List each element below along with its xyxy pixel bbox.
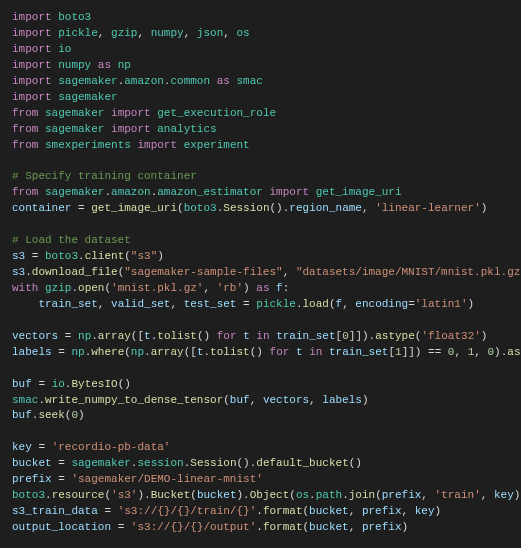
code-token: = — [111, 521, 131, 533]
code-token: . — [296, 298, 303, 310]
code-token: . — [78, 250, 85, 262]
code-token: os — [296, 489, 309, 501]
code-token: boto3 — [184, 202, 217, 214]
code-token: ( — [190, 489, 197, 501]
code-token: , — [98, 298, 111, 310]
code-token: os — [236, 27, 249, 39]
code-token: t — [243, 330, 250, 342]
code-token — [230, 75, 237, 87]
code-token: , — [184, 27, 197, 39]
code-token: . — [256, 521, 263, 533]
code-line: from sagemaker import analytics — [12, 122, 509, 138]
code-token: labels — [12, 346, 52, 358]
code-token: prefix — [362, 521, 402, 533]
code-token: ( — [124, 346, 131, 358]
code-token: = — [52, 346, 72, 358]
code-token: client — [85, 250, 125, 262]
code-token: 0 — [342, 330, 349, 342]
code-token: prefix — [382, 489, 422, 501]
code-line: s3 = boto3.client("s3") — [12, 249, 509, 265]
code-token: as — [256, 282, 269, 294]
code-token: sagemaker — [45, 107, 104, 119]
code-line — [12, 424, 509, 440]
code-token: key — [12, 441, 32, 453]
code-token: () — [349, 457, 362, 469]
code-token: analytics — [157, 123, 216, 135]
code-token: () — [250, 346, 270, 358]
code-token: amazon — [111, 186, 151, 198]
code-line: bucket = sagemaker.session.Session().def… — [12, 456, 509, 472]
code-token: from — [12, 107, 38, 119]
code-token: ) — [78, 409, 85, 421]
code-token: array — [151, 346, 184, 358]
code-token: valid_set — [111, 298, 170, 310]
code-token: amazon_estimator — [157, 186, 263, 198]
code-line: boto3.resource('s3').Bucket(bucket).Obje… — [12, 488, 509, 504]
code-token: = — [58, 330, 78, 342]
code-token: 's3' — [111, 489, 137, 501]
code-token: , — [402, 505, 415, 517]
code-token: ) — [362, 394, 369, 406]
code-token: : — [283, 282, 290, 294]
code-token: , — [421, 489, 434, 501]
code-token: session — [137, 457, 183, 469]
code-token: ) — [402, 521, 409, 533]
code-token: s3 — [12, 250, 25, 262]
code-token: import — [12, 11, 52, 23]
code-token: prefix — [12, 473, 52, 485]
code-token: prefix — [362, 505, 402, 517]
code-token: . — [309, 489, 316, 501]
code-token: bucket — [309, 521, 349, 533]
code-line: from sagemaker import get_execution_role — [12, 106, 509, 122]
code-token: , — [223, 27, 236, 39]
code-line: from sagemaker.amazon.amazon_estimator i… — [12, 185, 509, 201]
code-token: io — [52, 378, 65, 390]
code-token: labels — [322, 394, 362, 406]
code-token: numpy — [58, 59, 91, 71]
code-token: . — [45, 489, 52, 501]
code-token: bucket — [197, 489, 237, 501]
code-token: array — [98, 330, 131, 342]
code-token: () — [118, 378, 131, 390]
code-token: , — [203, 282, 216, 294]
code-token: encoding — [355, 298, 408, 310]
code-token: for — [217, 330, 237, 342]
code-line — [12, 217, 509, 233]
code-line: # Load the dataset — [12, 233, 509, 249]
code-token: sagemaker — [45, 123, 104, 135]
code-token: ) — [243, 282, 256, 294]
code-token: from — [12, 186, 38, 198]
code-token: , — [250, 394, 263, 406]
code-token: , — [362, 202, 375, 214]
code-token: . — [342, 489, 349, 501]
code-token: for — [270, 346, 290, 358]
code-token: = — [32, 441, 52, 453]
code-token: 'sagemaker/DEMO-linear-mnist' — [71, 473, 262, 485]
code-token: Session — [190, 457, 236, 469]
code-token: download_file — [32, 266, 118, 278]
code-token — [12, 298, 38, 310]
code-token: key — [415, 505, 435, 517]
code-token: in — [309, 346, 322, 358]
code-token: import — [12, 43, 52, 55]
code-token: resource — [52, 489, 105, 501]
code-token: import — [12, 27, 52, 39]
code-token: format — [263, 505, 303, 517]
code-token: import — [12, 75, 52, 87]
code-token: io — [58, 43, 71, 55]
code-token: smac — [12, 394, 38, 406]
code-token: pickle — [58, 27, 98, 39]
code-token: ]]). — [349, 330, 375, 342]
code-token — [309, 186, 316, 198]
code-token: ( — [124, 250, 131, 262]
code-token: ). — [236, 489, 249, 501]
code-token: from — [12, 139, 38, 151]
code-token: "datasets/image/MNIST/mnist.pkl.gz" — [296, 266, 521, 278]
code-token: (). — [270, 202, 290, 214]
code-token: join — [349, 489, 375, 501]
code-token: gzip — [45, 282, 71, 294]
code-line: buf = io.BytesIO() — [12, 377, 509, 393]
code-token: () — [197, 330, 217, 342]
code-token: buf — [230, 394, 250, 406]
code-token: sagemaker — [58, 75, 117, 87]
